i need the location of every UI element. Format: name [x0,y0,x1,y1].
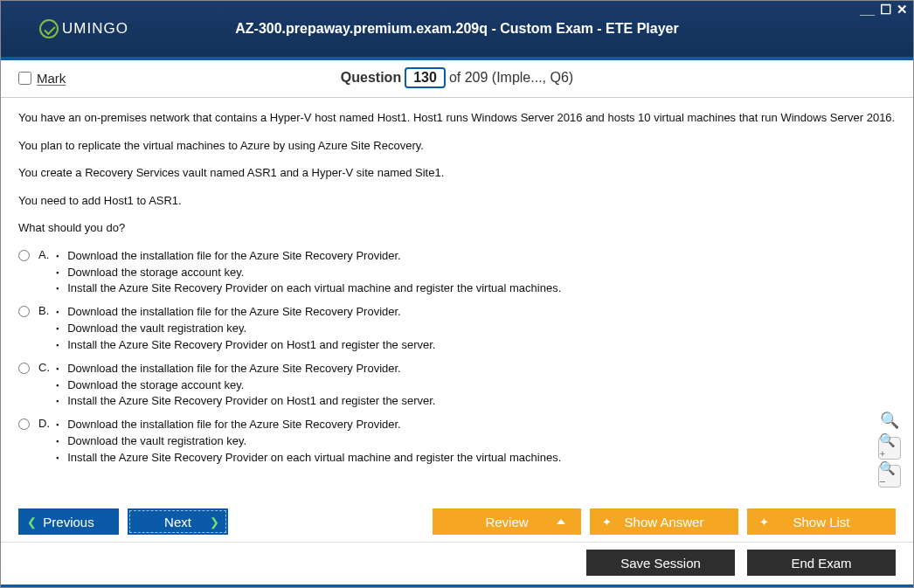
answer-line: Install the Azure Site Recovery Provider… [56,337,435,354]
answer-radio[interactable] [18,250,30,261]
answer-body: Download the installation file for the A… [56,304,435,354]
answer-letter: B. [38,304,56,317]
question-total: of 209 (Imple..., Q6) [449,70,573,86]
answer-line: Download the storage account key. [56,265,561,281]
minimize-button[interactable]: __ [860,4,875,15]
answer-body: Download the installation file for the A… [56,248,561,298]
zoom-in-button[interactable]: 🔍⁺ [878,437,901,460]
navigation-bar: Previous Next Review ✦Show Answer ✦Show … [1,500,913,542]
save-session-button[interactable]: Save Session [586,550,735,576]
chevron-up-icon [557,519,565,524]
question-number: 130 [405,67,446,88]
previous-button[interactable]: Previous [18,508,119,535]
zoom-tools: 🔍 🔍⁺ 🔍⁻ [878,409,901,488]
review-button[interactable]: Review [433,508,581,535]
star-icon: ✦ [759,515,769,529]
logo-check-icon [39,19,59,38]
answer-option[interactable]: C.Download the installation file for the… [18,361,896,411]
answer-line: Download the vault registration key. [56,433,561,450]
mark-checkbox-wrap[interactable]: Mark [18,71,66,86]
mark-checkbox[interactable] [18,72,31,85]
question-paragraph: You need to add Host1 to ASR1. [18,193,896,209]
logo-text: UMINGO [62,20,128,38]
mark-label[interactable]: Mark [37,71,66,86]
answer-line: Download the installation file for the A… [56,361,435,377]
next-button[interactable]: Next [128,508,228,535]
question-label: Question [341,70,401,86]
close-button[interactable]: ✕ [897,4,908,15]
answer-letter: D. [38,417,56,430]
show-answer-button[interactable]: ✦Show Answer [590,508,738,535]
answer-body: Download the installation file for the A… [56,417,561,467]
window-controls: __ ☐ ✕ [860,4,908,15]
answer-option[interactable]: A.Download the installation file for the… [18,248,896,298]
star-icon: ✦ [602,515,612,529]
answer-letter: C. [38,361,56,374]
app-window: UMINGO AZ-300.prepaway.premium.exam.209q… [0,0,914,588]
question-paragraph: You create a Recovery Services vault nam… [18,165,896,181]
show-list-button[interactable]: ✦Show List [747,508,896,535]
answer-body: Download the installation file for the A… [56,361,435,411]
question-header: Mark Question 130 of 209 (Imple..., Q6) [1,60,913,97]
answer-line: Install the Azure Site Recovery Provider… [56,450,561,467]
answer-radio[interactable] [18,419,30,430]
bottom-bar: Save Session End Exam [1,542,913,585]
answer-line: Download the installation file for the A… [56,304,435,321]
end-exam-button[interactable]: End Exam [747,550,896,576]
maximize-button[interactable]: ☐ [880,4,891,15]
answer-radio[interactable] [18,306,30,317]
answer-line: Download the installation file for the A… [56,417,561,433]
answer-radio[interactable] [18,363,30,374]
answer-line: Install the Azure Site Recovery Provider… [56,393,435,410]
answer-line: Install the Azure Site Recovery Provider… [56,280,561,297]
window-title: AZ-300.prepaway.premium.exam.209q - Cust… [1,21,913,37]
separator [1,585,913,587]
title-bar: UMINGO AZ-300.prepaway.premium.exam.209q… [1,1,913,57]
answer-line: Download the installation file for the A… [56,248,561,265]
question-content: You have an on-premises network that con… [1,98,913,500]
question-paragraph: You have an on-premises network that con… [18,110,896,126]
answer-letter: A. [38,248,56,261]
zoom-out-button[interactable]: 🔍⁻ [878,465,901,488]
question-paragraph: You plan to replicate the virtual machin… [18,138,896,154]
answer-option[interactable]: B.Download the installation file for the… [18,304,896,354]
answer-options: A.Download the installation file for the… [18,248,896,467]
app-logo: UMINGO [39,19,128,38]
question-paragraph: What should you do? [18,220,896,236]
magnifier-icon[interactable]: 🔍 [878,409,901,432]
answer-line: Download the storage account key. [56,377,435,394]
answer-option[interactable]: D.Download the installation file for the… [18,417,896,467]
answer-line: Download the vault registration key. [56,321,435,337]
